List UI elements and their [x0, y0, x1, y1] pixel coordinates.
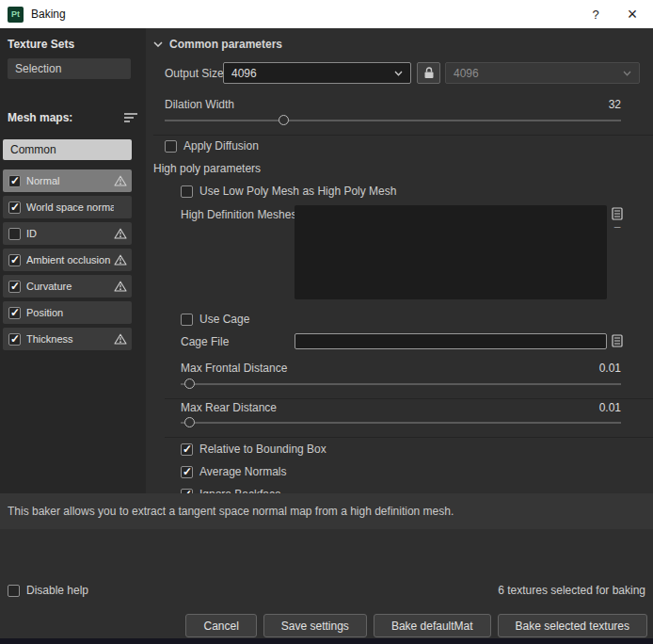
mesh-map-checkbox[interactable]	[8, 307, 21, 319]
max-frontal-slider[interactable]	[181, 378, 621, 391]
warning-icon	[114, 228, 127, 239]
save-settings-button[interactable]: Save settings	[263, 614, 367, 637]
warning-icon	[114, 254, 127, 266]
use-low-poly-label: Use Low Poly Mesh as High Poly Mesh	[199, 185, 396, 198]
high-poly-parameters-header: High poly parameters	[153, 162, 261, 175]
close-button[interactable]: ×	[612, 1, 653, 27]
app-logo-icon: Pt	[8, 7, 24, 23]
mesh-map-label: Thickness	[26, 333, 114, 345]
lock-button[interactable]	[417, 62, 440, 84]
bottom-row: Disable help 6 textures selected for bak…	[8, 584, 645, 597]
relative-bbox-checkbox[interactable]	[181, 443, 193, 456]
mesh-map-item-ambient-occlusion[interactable]: Ambient occlusion	[3, 249, 132, 271]
filter-icon[interactable]	[123, 112, 138, 123]
output-size-select[interactable]: 4096	[223, 62, 411, 84]
relative-bbox-row: Relative to Bounding Box	[181, 443, 326, 456]
mesh-map-list: Normal World space normal ID Ambient occ…	[3, 169, 132, 354]
slider-handle[interactable]	[279, 115, 289, 125]
mesh-maps-header: Mesh maps:	[8, 111, 138, 124]
mesh-map-checkbox[interactable]	[8, 228, 21, 240]
max-frontal-value: 0.01	[522, 362, 621, 375]
dilation-width-value: 32	[522, 98, 621, 111]
output-size-value: 4096	[231, 67, 394, 80]
mesh-map-checkbox[interactable]	[8, 333, 21, 346]
baking-dialog: Pt Baking ? × Texture Sets Selection Mes…	[0, 0, 653, 644]
common-parameters-header[interactable]: Common parameters	[153, 38, 282, 51]
disable-help-checkbox[interactable]	[8, 585, 20, 597]
sidebar: Texture Sets Selection Mesh maps: Common…	[0, 28, 146, 493]
warning-icon	[114, 175, 127, 186]
chevron-down-icon	[623, 71, 631, 76]
use-low-poly-row: Use Low Poly Mesh as High Poly Mesh	[181, 185, 396, 198]
disable-help-label: Disable help	[26, 584, 88, 597]
mesh-map-item-id[interactable]: ID	[3, 222, 132, 245]
cancel-button[interactable]: Cancel	[185, 614, 256, 637]
parameters-panel: Common parameters Output Size 4096 4096 …	[146, 28, 653, 493]
titlebar: Pt Baking ? ×	[0, 0, 653, 28]
separator	[165, 398, 653, 399]
max-rear-value: 0.01	[522, 401, 621, 414]
use-cage-label: Use Cage	[199, 313, 249, 326]
separator	[165, 437, 653, 438]
bake-defaultmat-button[interactable]: Bake defaultMat	[374, 614, 491, 637]
mesh-map-label: Curvature	[26, 281, 114, 292]
mesh-maps-label: Mesh maps:	[8, 111, 72, 124]
cage-file-label: Cage File	[181, 335, 229, 348]
mesh-map-checkbox[interactable]	[8, 281, 21, 293]
cage-file-input[interactable]	[295, 333, 607, 349]
textures-selected-status: 6 textures selected for baking	[498, 584, 645, 597]
mesh-map-item-world-space-normal[interactable]: World space normal	[3, 196, 132, 218]
relative-bbox-label: Relative to Bounding Box	[199, 443, 326, 456]
bottom-panel: This baker allows you to extract a tange…	[0, 493, 653, 638]
bake-selected-textures-button[interactable]: Bake selected textures	[498, 614, 647, 637]
apply-diffusion-label: Apply Diffusion	[183, 139, 259, 153]
mesh-map-checkbox[interactable]	[8, 254, 21, 266]
footer-buttons: Cancel Save settings Bake defaultMat Bak…	[0, 614, 647, 637]
warning-icon	[114, 281, 127, 292]
chevron-down-icon	[394, 71, 403, 76]
slider-track	[165, 120, 621, 121]
output-size-locked-value: 4096	[454, 67, 623, 80]
output-size-label: Output Size	[165, 67, 224, 80]
high-def-meshes-label: High Definition Meshes	[181, 208, 296, 221]
slider-handle[interactable]	[184, 378, 195, 389]
mesh-map-checkbox[interactable]	[8, 201, 21, 214]
chevron-down-icon	[153, 41, 163, 47]
file-list-icon[interactable]	[612, 207, 623, 220]
slider-track	[181, 422, 621, 424]
mesh-map-label: Normal	[26, 175, 114, 186]
average-normals-checkbox[interactable]	[181, 466, 193, 478]
lock-icon	[423, 67, 435, 79]
mesh-map-label: World space normal	[26, 201, 114, 213]
dilation-width-label: Dilation Width	[165, 98, 234, 111]
use-low-poly-checkbox[interactable]	[181, 185, 193, 198]
dilation-width-slider[interactable]	[165, 114, 621, 127]
remove-mesh-button[interactable]: –	[614, 222, 621, 232]
apply-diffusion-row: Apply Diffusion	[165, 139, 259, 153]
separator	[153, 135, 653, 136]
max-rear-slider[interactable]	[181, 416, 621, 429]
mesh-map-item-thickness[interactable]: Thickness	[3, 328, 132, 350]
high-definition-meshes-list[interactable]	[295, 205, 607, 299]
output-size-locked-select: 4096	[445, 62, 640, 84]
cage-file-controls	[612, 334, 623, 347]
selection-button[interactable]: Selection	[8, 58, 131, 79]
mesh-map-item-normal[interactable]: Normal	[3, 169, 132, 192]
mesh-map-item-curvature[interactable]: Curvature	[3, 275, 132, 298]
file-browse-icon[interactable]	[612, 334, 623, 347]
average-normals-label: Average Normals	[199, 465, 286, 478]
slider-handle[interactable]	[184, 417, 195, 427]
help-text: This baker allows you to extract a tange…	[8, 505, 454, 518]
section-title: Common parameters	[169, 38, 282, 51]
common-item[interactable]: Common	[3, 139, 132, 160]
slider-track	[181, 383, 621, 385]
apply-diffusion-checkbox[interactable]	[165, 140, 177, 153]
help-button[interactable]: ?	[580, 8, 612, 22]
texture-sets-header: Texture Sets	[8, 38, 74, 51]
max-rear-label: Max Rear Distance	[181, 401, 277, 414]
mesh-map-checkbox[interactable]	[8, 175, 21, 187]
mesh-map-item-position[interactable]: Position	[3, 301, 132, 324]
window-bottom-edge	[0, 638, 653, 644]
use-cage-checkbox[interactable]	[181, 314, 193, 326]
mesh-list-controls: –	[612, 207, 623, 232]
